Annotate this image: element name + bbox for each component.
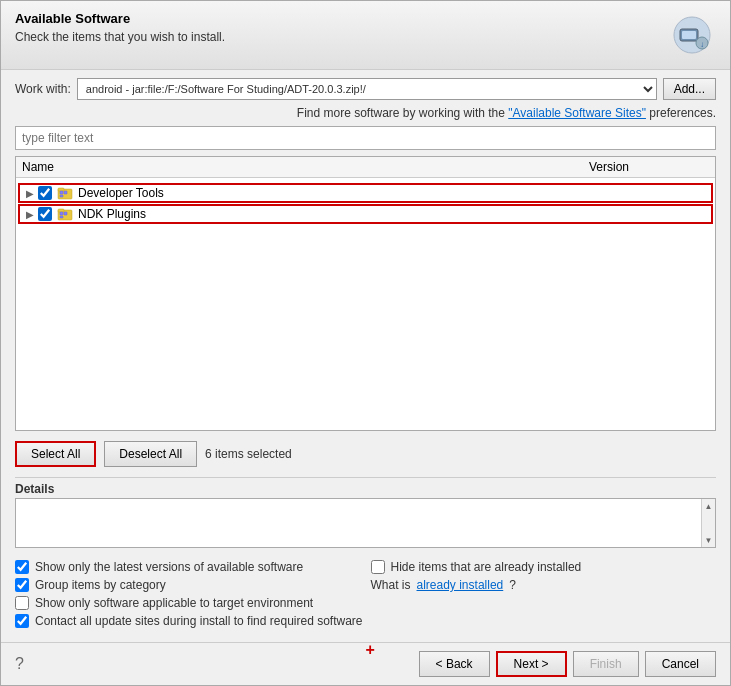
- selection-row: Select All Deselect All 6 items selected: [15, 437, 716, 471]
- svg-rect-13: [64, 212, 67, 215]
- work-with-label: Work with:: [15, 82, 71, 96]
- cb-group-category[interactable]: [15, 578, 29, 592]
- details-scrollbar[interactable]: ▲ ▼: [701, 499, 715, 547]
- checkboxes-section: Show only the latest versions of availab…: [15, 554, 716, 634]
- column-name: Name: [22, 160, 589, 174]
- back-button[interactable]: < Back: [419, 651, 490, 677]
- checkbox-row-target-env: Show only software applicable to target …: [15, 596, 716, 610]
- cb-latest-versions[interactable]: [15, 560, 29, 574]
- cb-already-installed-text: What is: [371, 578, 411, 592]
- expand-ndk-plugins[interactable]: ▶: [24, 208, 36, 220]
- software-sites-suffix: preferences.: [646, 106, 716, 120]
- checkbox-row-group-category: Group items by category: [15, 578, 361, 592]
- column-version: Version: [589, 160, 709, 174]
- deselect-all-button[interactable]: Deselect All: [104, 441, 197, 467]
- filter-input[interactable]: [15, 126, 716, 150]
- details-label: Details: [15, 482, 716, 496]
- cb-group-category-label: Group items by category: [35, 578, 166, 592]
- dialog-footer: + ? < Back Next > Finish Cancel: [1, 642, 730, 685]
- svg-rect-11: [58, 209, 64, 212]
- svg-rect-9: [60, 195, 63, 197]
- filter-row: [15, 126, 716, 150]
- checkbox-ndk-plugins[interactable]: [38, 207, 52, 221]
- finish-button[interactable]: Finish: [573, 651, 639, 677]
- cb-hide-installed-label: Hide items that are already installed: [391, 560, 582, 574]
- selection-status: 6 items selected: [205, 447, 292, 461]
- next-button[interactable]: Next >: [496, 651, 567, 677]
- already-installed-link[interactable]: already installed: [417, 578, 504, 592]
- select-all-button[interactable]: Select All: [15, 441, 96, 467]
- dialog-container: Available Software Check the items that …: [0, 0, 731, 686]
- add-button[interactable]: Add...: [663, 78, 716, 100]
- checkbox-row-already-installed: What is already installed?: [371, 578, 717, 592]
- cb-already-installed-suffix: ?: [509, 578, 516, 592]
- work-with-select[interactable]: android - jar:file:/F:/Software For Stud…: [77, 78, 657, 100]
- cb-latest-versions-label: Show only the latest versions of availab…: [35, 560, 303, 574]
- checkbox-row-contact-update-sites: Contact all update sites during install …: [15, 614, 716, 628]
- work-with-row: Work with: android - jar:file:/F:/Softwa…: [15, 78, 716, 100]
- cb-target-env-label: Show only software applicable to target …: [35, 596, 313, 610]
- svg-rect-8: [64, 191, 67, 194]
- folder-icon-ndk-plugins: [57, 206, 73, 222]
- software-table: Name Version ▶: [15, 156, 716, 431]
- dialog-body: Work with: android - jar:file:/F:/Softwa…: [1, 70, 730, 642]
- software-sites-text: Find more software by working with the: [297, 106, 508, 120]
- dialog-title: Available Software: [15, 11, 225, 26]
- cb-contact-update-sites-label: Contact all update sites during install …: [35, 614, 363, 628]
- help-icon[interactable]: ?: [15, 655, 24, 673]
- expand-developer-tools[interactable]: ▶: [24, 187, 36, 199]
- tree-item-developer-tools: ▶ Developer Tools: [18, 183, 713, 203]
- table-body: ▶ Developer Tools ▶: [16, 178, 715, 430]
- software-sites-row: Find more software by working with the "…: [15, 106, 716, 120]
- cb-target-env[interactable]: [15, 596, 29, 610]
- label-ndk-plugins: NDK Plugins: [78, 207, 146, 221]
- label-developer-tools: Developer Tools: [78, 186, 164, 200]
- checkboxes-grid: Show only the latest versions of availab…: [15, 560, 716, 592]
- table-header: Name Version: [16, 157, 715, 178]
- svg-rect-7: [60, 191, 63, 194]
- details-section: Details ▲ ▼: [15, 477, 716, 548]
- dialog-title-area: Available Software Check the items that …: [15, 11, 225, 44]
- cb-hide-installed[interactable]: [371, 560, 385, 574]
- cb-contact-update-sites[interactable]: [15, 614, 29, 628]
- cancel-button[interactable]: Cancel: [645, 651, 716, 677]
- svg-rect-14: [60, 216, 63, 218]
- dialog-subtitle: Check the items that you wish to install…: [15, 30, 225, 44]
- svg-rect-12: [60, 212, 63, 215]
- details-content: ▲ ▼: [15, 498, 716, 548]
- plus-indicator: +: [366, 641, 375, 659]
- software-sites-link[interactable]: "Available Software Sites": [508, 106, 646, 120]
- checkbox-developer-tools[interactable]: [38, 186, 52, 200]
- dialog-header: Available Software Check the items that …: [1, 1, 730, 70]
- scroll-up-arrow[interactable]: ▲: [704, 501, 714, 511]
- tree-item-ndk-plugins: ▶ NDK Plugins: [18, 204, 713, 224]
- svg-rect-2: [682, 31, 696, 39]
- install-icon: ↓: [668, 11, 716, 59]
- folder-icon-developer-tools: [57, 185, 73, 201]
- checkbox-row-latest-versions: Show only the latest versions of availab…: [15, 560, 361, 574]
- svg-text:↓: ↓: [700, 40, 704, 49]
- scroll-down-arrow[interactable]: ▼: [704, 535, 714, 545]
- svg-rect-6: [58, 188, 64, 191]
- checkbox-row-hide-installed: Hide items that are already installed: [371, 560, 717, 574]
